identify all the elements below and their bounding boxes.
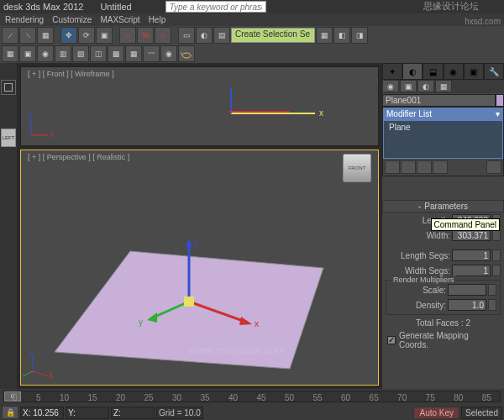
svg-text:y: y (139, 318, 143, 327)
svg-text:z: z (29, 348, 34, 357)
motion-tab-icon[interactable]: ◉ (444, 63, 464, 80)
snap-angle-icon[interactable]: ∩ (119, 27, 136, 44)
show-end-icon[interactable] (401, 160, 416, 174)
named-sel-icon[interactable]: ▭ (178, 27, 195, 44)
rb-2[interactable]: ▣ (19, 45, 36, 62)
create-tab-icon[interactable]: ✦ (382, 63, 402, 80)
timeline-ticks: 0510152025303540455055606570758085 (4, 393, 500, 402)
rb-5[interactable]: ▨ (72, 45, 89, 62)
snap-percent-icon[interactable]: % (137, 27, 154, 44)
sub-tab-1[interactable]: ◉ (382, 80, 399, 92)
viewport-front-label[interactable]: [ + ] [ Front ] [ Wireframe ] (28, 70, 114, 78)
svg-text:z: z (193, 237, 197, 246)
status-lock-icon[interactable]: 🔒 (2, 406, 18, 419)
lsegs-spinner[interactable] (492, 249, 501, 261)
select-scale-icon[interactable]: ▣ (96, 27, 113, 44)
density-input[interactable] (448, 299, 486, 311)
ribbon-icon-3[interactable]: ◨ (351, 27, 368, 44)
wsegs-spinner[interactable] (492, 265, 501, 276)
svg-text:x: x (50, 129, 54, 139)
svg-point-0 (182, 53, 191, 58)
rb-3[interactable]: ◉ (37, 45, 54, 62)
menu-help[interactable]: Help (149, 15, 166, 24)
width-label: Width: (386, 231, 450, 240)
unlink-icon[interactable]: ⟍ (19, 27, 36, 44)
density-label: Density: (390, 301, 446, 310)
object-color-swatch[interactable] (496, 94, 504, 107)
coord-z[interactable]: Z: (111, 407, 155, 419)
lsegs-label: Length Segs: (386, 251, 450, 260)
mirror-icon[interactable]: ◐ (196, 27, 213, 44)
remove-mod-icon[interactable] (433, 160, 448, 174)
rollout-header[interactable]: -Parameters (382, 200, 504, 213)
display-tab-icon[interactable]: ▣ (464, 63, 484, 80)
rb-render[interactable]: ◉ (160, 45, 177, 62)
sub-tab-4[interactable]: ▦ (435, 80, 452, 92)
viewport-layout-icon[interactable] (1, 80, 16, 95)
watermark-url: hxsd.com (465, 17, 501, 26)
density-spinner[interactable] (488, 299, 496, 311)
viewport-front[interactable]: [ + ] [ Front ] [ Wireframe ] x x z (20, 66, 379, 146)
scale-input[interactable] (448, 284, 486, 296)
viewports: [ + ] [ Front ] [ Wireframe ] x x z [ + … (17, 63, 382, 389)
snap-spinner-icon[interactable]: ∩ (155, 27, 171, 44)
ribbon-icon-2[interactable]: ◧ (333, 27, 350, 44)
left-viewcube[interactable]: LEFT (1, 129, 16, 147)
autokey-button[interactable]: Auto Key (413, 407, 459, 419)
gen-coords-checkbox[interactable] (387, 336, 396, 344)
title-bar: desk 3ds Max 2012 Untitled 思缘设计论坛 (0, 0, 504, 13)
rb-7[interactable]: ▩ (108, 45, 124, 62)
configure-icon[interactable] (486, 160, 501, 174)
wsegs-label: Width Segs: (386, 266, 450, 276)
rb-curve[interactable]: 〰 (143, 45, 160, 62)
stack-item-plane[interactable]: Plane (389, 123, 411, 132)
bind-icon[interactable]: ▦ (37, 27, 54, 44)
chevron-down-icon: ▾ (496, 109, 500, 118)
keymode-dropdown[interactable]: Selected (461, 407, 502, 419)
selection-set-dropdown[interactable]: Create Selection Se (231, 28, 315, 43)
watermark-center: www.missyuan.com (189, 344, 285, 356)
menu-customize[interactable]: Customize (52, 15, 92, 24)
rb-teapot-icon[interactable] (178, 45, 195, 62)
width-spinner[interactable] (492, 229, 501, 241)
rb-6[interactable]: ◫ (90, 45, 107, 62)
menu-maxscript[interactable]: MAXScript (100, 15, 139, 24)
rb-4[interactable]: ▥ (55, 45, 71, 62)
svg-rect-18 (184, 297, 194, 307)
left-panel: LEFT (0, 63, 17, 389)
coord-y[interactable]: Y: (66, 407, 109, 419)
align-icon[interactable]: ▤ (213, 27, 230, 44)
object-name-input[interactable] (382, 94, 496, 107)
ribbon-icon-1[interactable]: ▦ (316, 27, 333, 44)
select-rotate-icon[interactable]: ⟳ (78, 27, 95, 44)
timeline[interactable]: 0 0510152025303540455055606570758085 (0, 389, 504, 404)
lsegs-input[interactable] (452, 249, 491, 261)
timeline-track[interactable]: 0 0510152025303540455055606570758085 (3, 391, 501, 402)
help-search-input[interactable] (165, 1, 266, 13)
menu-rendering[interactable]: Rendering (5, 15, 44, 24)
render-mult-label: Render Multipliers (391, 276, 456, 284)
coord-x[interactable]: X: 10.256 (20, 407, 64, 419)
main-toolbar: ⟋ ⟍ ▦ ✥ ⟳ ▣ ∩ % ∩ ▭ ◐ ▤ Create Selection… (0, 26, 504, 45)
axis-x-label: x (319, 108, 323, 118)
wsegs-input[interactable] (452, 265, 491, 276)
sub-tab-3[interactable]: ◐ (417, 80, 434, 92)
viewport-perspective[interactable]: [ + ] [ Perspective ] [ Realistic ] FRON… (20, 150, 379, 386)
rb-8[interactable]: ▦ (125, 45, 142, 62)
rb-1[interactable]: ▦ (2, 45, 18, 62)
unique-icon[interactable] (417, 160, 432, 174)
doc-title: Untitled (100, 2, 131, 12)
hierarchy-tab-icon[interactable]: ⬓ (423, 63, 443, 80)
link-icon[interactable]: ⟋ (2, 27, 18, 44)
modifier-stack[interactable]: Plane (383, 120, 503, 159)
svg-text:x: x (49, 370, 53, 380)
total-faces-label: Total Faces : 2 (382, 317, 504, 329)
width-input[interactable] (452, 229, 491, 241)
modifier-list-dropdown[interactable]: Modifier List▾ (383, 108, 503, 120)
modify-tab-icon[interactable]: ◐ (402, 63, 423, 80)
select-move-icon[interactable]: ✥ (60, 27, 77, 44)
utilities-tab-icon[interactable]: 🔧 (484, 63, 504, 80)
scale-spinner[interactable] (488, 284, 496, 296)
pin-stack-icon[interactable] (385, 160, 400, 174)
sub-tab-2[interactable]: ▣ (400, 80, 417, 92)
